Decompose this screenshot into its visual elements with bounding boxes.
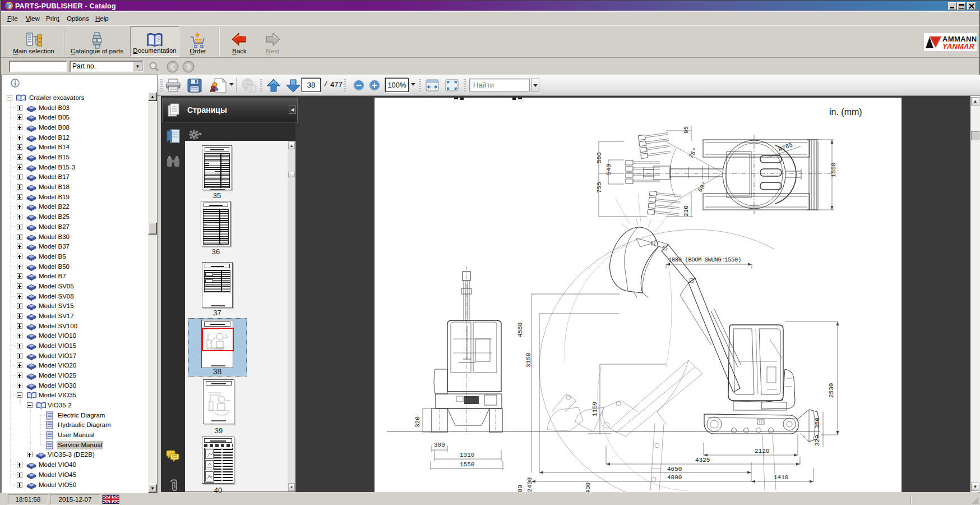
svg-text:in. (mm): in. (mm) <box>829 107 862 117</box>
svg-text:1550: 1550 <box>830 163 837 177</box>
svg-text:4560: 4560 <box>517 323 524 337</box>
svg-text:4650: 4650 <box>667 466 682 472</box>
svg-text:4325: 4325 <box>695 457 710 463</box>
svg-text:1410: 1410 <box>774 474 788 481</box>
svg-text:1550: 1550 <box>460 461 474 468</box>
svg-text:75°: 75° <box>687 146 699 159</box>
svg-text:3400: 3400 <box>585 483 591 492</box>
svg-text:320: 320 <box>414 416 421 428</box>
svg-text:210: 210 <box>683 205 690 217</box>
svg-text:540: 540 <box>605 164 612 175</box>
svg-text:300: 300 <box>517 485 524 492</box>
svg-text:3150: 3150 <box>525 353 532 368</box>
svg-text:755: 755 <box>596 182 603 193</box>
svg-text:320: 320 <box>814 435 821 446</box>
svg-text:95: 95 <box>683 126 690 134</box>
svg-text:2400: 2400 <box>526 478 533 492</box>
svg-text:300: 300 <box>434 442 445 448</box>
svg-text:4800: 4800 <box>667 474 682 481</box>
svg-text:1159: 1159 <box>591 402 598 416</box>
svg-text:1310: 1310 <box>460 452 474 458</box>
svg-text:50°: 50° <box>697 181 709 194</box>
svg-text:2120: 2120 <box>755 448 769 454</box>
svg-text:2530: 2530 <box>828 383 835 398</box>
svg-text:1880 (BOOM SWUNG:1550): 1880 (BOOM SWUNG:1550) <box>668 256 741 263</box>
svg-text:560: 560 <box>596 152 603 163</box>
svg-text:350: 350 <box>814 417 821 429</box>
svg-text:YANMAR: YANMAR <box>942 42 975 50</box>
